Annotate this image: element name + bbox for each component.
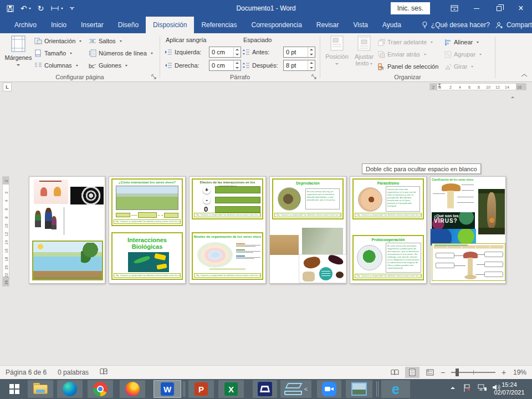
tray-network-button[interactable]: [478, 383, 487, 393]
tab-insertar[interactable]: Insertar: [74, 17, 111, 33]
tray-security-flag-button[interactable]: [463, 383, 471, 394]
slide-como-interactuan: ¿Cómo interactúan los seres vivos? Obj. …: [111, 178, 183, 226]
margins-button[interactable]: Márgenes: [4, 35, 32, 68]
tray-show-hidden-button[interactable]: [450, 383, 456, 392]
paragraph-dialog-launcher[interactable]: [311, 73, 318, 80]
zoom-slider-thumb[interactable]: [456, 369, 459, 376]
line-numbers-button[interactable]: Números de línea: [89, 48, 153, 59]
align-button[interactable]: Alinear: [444, 37, 479, 48]
taskbar-zoom[interactable]: [317, 380, 341, 398]
page-thumbnail-4[interactable]: Depredación En esta interacción hay un o…: [269, 176, 346, 284]
tab-archivo[interactable]: Archivo: [7, 17, 44, 33]
save-button[interactable]: [7, 5, 14, 12]
taskbar-firefox[interactable]: [120, 380, 145, 398]
touch-mouse-mode-button[interactable]: [50, 5, 63, 12]
spacing-after-input[interactable]: 8 pt: [283, 60, 315, 71]
tab-disposicion[interactable]: Disposición: [146, 17, 194, 33]
proofing-status[interactable]: [94, 368, 114, 377]
send-backward-button[interactable]: Enviar atrás: [378, 49, 426, 60]
orientation-button[interactable]: Orientación: [34, 35, 81, 47]
page-setup-dialog-launcher[interactable]: [151, 73, 157, 80]
taskbar-file-explorer[interactable]: [28, 380, 53, 398]
vertical-ruler[interactable]: 2 2 4 6 8 10 12 14 16 18 20 22 26: [2, 176, 9, 287]
virus-banner: ¿Qué son los VIRUS?: [432, 212, 475, 229]
zoom-in-button[interactable]: +: [500, 368, 508, 377]
redo-button[interactable]: ↻: [38, 4, 44, 12]
zoom-out-button[interactable]: −: [439, 368, 447, 377]
position-button[interactable]: Posición: [325, 35, 349, 66]
taskbar-chrome[interactable]: [88, 380, 113, 398]
page-thumbnail-3[interactable]: Efectos de las interacciones en los orga…: [189, 176, 266, 284]
parasites-badge: [319, 267, 332, 280]
group-button[interactable]: Agrupar: [444, 49, 482, 60]
taskbar-powerpoint[interactable]: P: [188, 380, 214, 398]
rotate-button[interactable]: Girar: [444, 61, 473, 72]
customize-qat-button[interactable]: [70, 7, 74, 10]
print-layout-button[interactable]: [405, 367, 420, 378]
tab-referencias[interactable]: Referencias: [194, 17, 244, 33]
tab-diseno[interactable]: Diseño: [111, 17, 146, 33]
selection-pane-button[interactable]: Panel de selección: [378, 61, 438, 72]
taskbar-edge[interactable]: [57, 380, 83, 398]
page-thumbnail-2[interactable]: ¿Cómo interactúan los seres vivos? Obj. …: [109, 176, 186, 284]
pond-landscape-image: [32, 241, 103, 280]
taskbar-excel[interactable]: X: [218, 380, 244, 398]
taskbar-clock[interactable]: 15:24 02/07/2021: [490, 381, 529, 396]
share-button[interactable]: Compartir: [495, 17, 532, 33]
indent-right-input[interactable]: 0 cm: [209, 60, 241, 71]
columns-button[interactable]: Columnas: [34, 60, 78, 71]
minimize-button[interactable]: [466, 0, 488, 17]
bring-forward-button[interactable]: Traer adelante: [378, 37, 433, 48]
restore-button[interactable]: [488, 0, 510, 17]
tab-correspondencia[interactable]: Correspondencia: [244, 17, 309, 33]
selection-pane-icon: [378, 63, 385, 70]
indent-marker[interactable]: [438, 84, 441, 89]
spacing-before-input[interactable]: 0 pt: [283, 47, 315, 58]
collapse-ribbon-button[interactable]: [521, 71, 528, 79]
hyphenation-button[interactable]: bc- Guiones: [89, 60, 127, 71]
send-backward-icon: [378, 51, 385, 58]
page-thumbnail-1[interactable]: [29, 176, 105, 284]
line-numbers-icon: [89, 49, 96, 57]
zoom-slider[interactable]: [451, 372, 495, 373]
share-person-icon: [495, 22, 503, 29]
spinner-arrows[interactable]: [308, 47, 315, 57]
spinner-arrows[interactable]: [233, 60, 241, 70]
page-indicator[interactable]: Página 6 de 6: [0, 369, 52, 376]
tell-me-box[interactable]: ¿Qué desea hacer?: [416, 17, 495, 33]
web-layout-button[interactable]: [423, 367, 437, 378]
tab-stop-selector[interactable]: L: [3, 83, 12, 91]
spinner-arrows[interactable]: [233, 47, 241, 57]
taskbar-word[interactable]: W: [154, 380, 181, 398]
negative-effect-box: [215, 197, 260, 203]
tab-ayuda[interactable]: Ayuda: [375, 17, 408, 33]
breaks-button[interactable]: Saltos: [89, 35, 122, 47]
ribbon-display-options-button[interactable]: [443, 0, 466, 17]
word-count[interactable]: 0 palabras: [52, 369, 94, 376]
indent-left-input[interactable]: 0 cm: [209, 47, 241, 58]
chevron-down-icon: [335, 63, 339, 65]
undo-button[interactable]: ↶: [21, 4, 31, 12]
right-indent-marker[interactable]: [511, 87, 514, 97]
meadow-image: [116, 186, 178, 210]
spinner-arrows[interactable]: [308, 60, 315, 70]
horizontal-ruler[interactable]: 2 2 4 6 8 10 12 14 16: [429, 83, 526, 90]
taskbar-scanner[interactable]: <: [280, 380, 311, 398]
tab-vista[interactable]: Vista: [346, 17, 375, 33]
taskbar-internet-explorer[interactable]: e: [381, 380, 410, 398]
start-button[interactable]: [3, 380, 25, 398]
page-thumbnail-6[interactable]: Clasificación de los seres vivos ¿Qué so…: [430, 176, 506, 284]
read-mode-button[interactable]: [387, 367, 402, 378]
tab-inicio[interactable]: Inicio: [44, 17, 74, 33]
size-button[interactable]: Tamaño: [34, 48, 72, 59]
page-thumbnail-5[interactable]: Parasitismo Interacción entre dos organi…: [350, 176, 427, 284]
tab-revisar[interactable]: Revisar: [309, 17, 346, 33]
dialog-launcher-icon: [311, 74, 317, 80]
positive-effect-box: [215, 186, 260, 193]
wrap-text-button[interactable]: Ajustartexto: [351, 35, 377, 66]
sign-in-button[interactable]: Inic. ses.: [391, 2, 430, 14]
zoom-level[interactable]: 19%: [508, 369, 532, 376]
taskbar-scan-app[interactable]: [253, 380, 277, 398]
taskbar-photos[interactable]: [346, 380, 372, 398]
close-button[interactable]: ×: [510, 0, 532, 17]
